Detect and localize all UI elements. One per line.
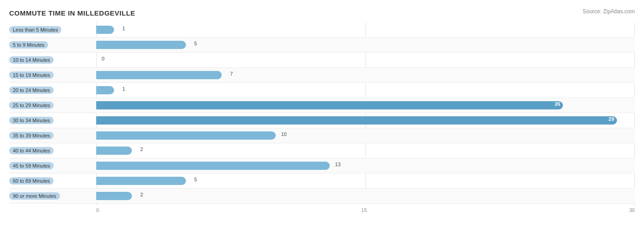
label-pill: 40 to 44 Minutes bbox=[9, 147, 54, 154]
row-label: 45 to 59 Minutes bbox=[9, 162, 96, 169]
table-row: 10 to 14 Minutes0 bbox=[9, 53, 635, 68]
bar: 13 bbox=[96, 162, 330, 170]
bar-track: 5 bbox=[96, 176, 635, 186]
row-label: 40 to 44 Minutes bbox=[9, 147, 96, 154]
bar: 5 bbox=[96, 41, 186, 49]
label-pill: 30 to 34 Minutes bbox=[9, 117, 54, 124]
row-label: 20 to 24 Minutes bbox=[9, 87, 96, 94]
chart-title: COMMUTE TIME IN MILLEDGEVILLE bbox=[9, 9, 635, 17]
label-pill: 10 to 14 Minutes bbox=[9, 56, 54, 64]
table-row: 90 or more Minutes2 bbox=[9, 189, 635, 204]
bar: 1 bbox=[96, 86, 114, 94]
chart-area: Less than 5 Minutes15 to 9 Minutes510 to… bbox=[9, 22, 635, 219]
bar-value: 1 bbox=[122, 26, 125, 31]
bar-value: 10 bbox=[281, 131, 287, 137]
bar-track: 7 bbox=[96, 70, 635, 80]
row-label: 90 or more Minutes bbox=[9, 192, 96, 200]
bar-track: 1 bbox=[96, 85, 635, 95]
bar-track: 2 bbox=[96, 191, 635, 201]
x-axis: 0 15 30 bbox=[96, 206, 635, 219]
row-label: Less than 5 Minutes bbox=[9, 26, 96, 33]
table-row: 30 to 34 Minutes29 bbox=[9, 113, 635, 128]
bar-track: 10 bbox=[96, 130, 635, 141]
table-row: 5 to 9 Minutes5 bbox=[9, 38, 635, 53]
bar-track: 26 bbox=[96, 100, 635, 110]
bar-track: 5 bbox=[96, 40, 635, 50]
bar-track: 13 bbox=[96, 161, 635, 171]
row-label: 5 to 9 Minutes bbox=[9, 41, 96, 49]
table-row: 60 to 89 Minutes5 bbox=[9, 174, 635, 189]
label-pill: 45 to 59 Minutes bbox=[9, 162, 54, 169]
bar-value: 1 bbox=[122, 86, 125, 92]
label-pill: 15 to 19 Minutes bbox=[9, 71, 54, 79]
table-row: 20 to 24 Minutes1 bbox=[9, 83, 635, 98]
bar-value: 2 bbox=[140, 192, 143, 197]
x-label-0: 0 bbox=[96, 207, 99, 213]
table-row: 35 to 39 Minutes10 bbox=[9, 128, 635, 143]
bar-track: 0 bbox=[96, 55, 635, 65]
bar: 29 bbox=[96, 116, 617, 125]
bar-value: 5 bbox=[194, 177, 197, 182]
table-row: Less than 5 Minutes1 bbox=[9, 22, 635, 38]
bar: 7 bbox=[96, 71, 222, 79]
bar-value: 2 bbox=[140, 147, 143, 152]
row-label: 60 to 89 Minutes bbox=[9, 177, 96, 185]
table-row: 45 to 59 Minutes13 bbox=[9, 158, 635, 174]
label-pill: 5 to 9 Minutes bbox=[9, 41, 48, 49]
label-pill: 20 to 24 Minutes bbox=[9, 87, 54, 94]
row-label: 10 to 14 Minutes bbox=[9, 56, 96, 64]
bar: 1 bbox=[96, 26, 114, 34]
row-label: 35 to 39 Minutes bbox=[9, 132, 96, 139]
label-pill: 60 to 89 Minutes bbox=[9, 177, 54, 185]
bar: 2 bbox=[96, 192, 132, 200]
bar-value: 26 bbox=[555, 101, 560, 107]
table-row: 15 to 19 Minutes7 bbox=[9, 68, 635, 83]
label-pill: Less than 5 Minutes bbox=[9, 26, 61, 33]
row-label: 25 to 29 Minutes bbox=[9, 102, 96, 109]
rows-container: Less than 5 Minutes15 to 9 Minutes510 to… bbox=[9, 22, 635, 206]
bar: 26 bbox=[96, 101, 563, 109]
label-pill: 35 to 39 Minutes bbox=[9, 132, 54, 139]
bar: 10 bbox=[96, 131, 276, 140]
row-label: 30 to 34 Minutes bbox=[9, 117, 96, 124]
bar-value: 29 bbox=[609, 116, 614, 122]
bar-track: 29 bbox=[96, 115, 635, 125]
x-label-30: 30 bbox=[629, 207, 635, 213]
chart-container: COMMUTE TIME IN MILLEDGEVILLE Source: Zi… bbox=[0, 0, 644, 239]
bar-value: 13 bbox=[335, 162, 340, 167]
bar: 5 bbox=[96, 177, 186, 185]
table-row: 25 to 29 Minutes26 bbox=[9, 98, 635, 113]
source-label: Source: ZipAtlas.com bbox=[583, 8, 635, 15]
row-label: 15 to 19 Minutes bbox=[9, 71, 96, 79]
bar-track: 2 bbox=[96, 146, 635, 156]
label-pill: 25 to 29 Minutes bbox=[9, 102, 54, 109]
bar-value: 5 bbox=[194, 41, 197, 46]
label-pill: 90 or more Minutes bbox=[9, 192, 60, 200]
bar-value: 0 bbox=[102, 56, 104, 61]
x-label-15: 15 bbox=[361, 207, 367, 213]
table-row: 40 to 44 Minutes2 bbox=[9, 143, 635, 158]
bar: 2 bbox=[96, 147, 132, 155]
bar-value: 7 bbox=[230, 71, 233, 76]
bar-track: 1 bbox=[96, 25, 635, 35]
